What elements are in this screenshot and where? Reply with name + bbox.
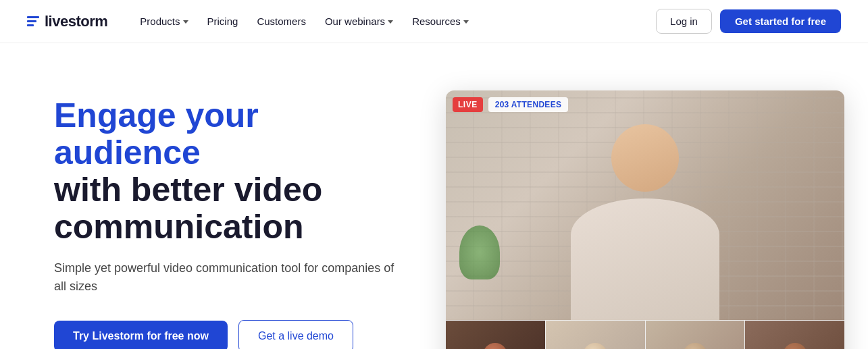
get-started-button[interactable]: Get started for free <box>720 9 841 33</box>
logo-icon <box>27 16 39 26</box>
logo-text: livestorm <box>45 13 107 30</box>
person-head <box>611 124 679 192</box>
participant-face <box>783 343 807 349</box>
nav-webinars[interactable]: Our webinars <box>317 10 401 32</box>
thumbnail-row: ♥ <box>446 320 844 349</box>
nav-pricing[interactable]: Pricing <box>199 10 247 32</box>
chevron-down-icon <box>183 20 188 24</box>
hero-buttons: Try Livestorm for free now Get a live de… <box>54 320 405 349</box>
live-bar: LIVE 203 ATTENDEES <box>453 97 568 112</box>
login-button[interactable]: Log in <box>656 9 712 34</box>
presenter-video <box>537 111 753 320</box>
chevron-down-icon <box>463 20 469 24</box>
live-badge: LIVE <box>453 97 483 112</box>
nav-products[interactable]: Products <box>132 10 196 32</box>
hero-content: Engage your audience with better video c… <box>54 84 405 349</box>
person-body <box>571 198 719 320</box>
participant-face <box>683 343 707 349</box>
live-demo-button[interactable]: Get a live demo <box>238 320 353 349</box>
nav-customers[interactable]: Customers <box>249 10 314 32</box>
nav-resources[interactable]: Resources <box>404 10 477 32</box>
participant-face <box>583 343 607 349</box>
try-free-button[interactable]: Try Livestorm for free now <box>54 321 228 349</box>
hero-section: Engage your audience with better video c… <box>0 43 868 349</box>
navbar: livestorm Products Pricing Customers Our… <box>0 0 868 43</box>
participant-face <box>483 343 507 349</box>
thumbnail-2 <box>546 321 646 349</box>
nav-links: Products Pricing Customers Our webinars … <box>132 10 656 32</box>
logo-link[interactable]: livestorm <box>27 13 107 30</box>
plant-decoration <box>459 225 500 279</box>
hero-visual: LIVE 203 ATTENDEES <box>446 84 844 349</box>
thumbnail-3: ♥ <box>646 321 746 349</box>
video-preview: LIVE 203 ATTENDEES <box>446 90 844 349</box>
video-main <box>446 90 844 320</box>
thumbnail-1 <box>446 321 546 349</box>
hero-heading: Engage your audience with better video c… <box>54 97 405 246</box>
nav-actions: Log in Get started for free <box>656 9 841 34</box>
attendees-count: 203 ATTENDEES <box>488 97 569 112</box>
thumbnail-4 <box>745 321 844 349</box>
chevron-down-icon <box>388 20 393 24</box>
hero-subtext: Simple yet powerful video communication … <box>54 259 405 296</box>
